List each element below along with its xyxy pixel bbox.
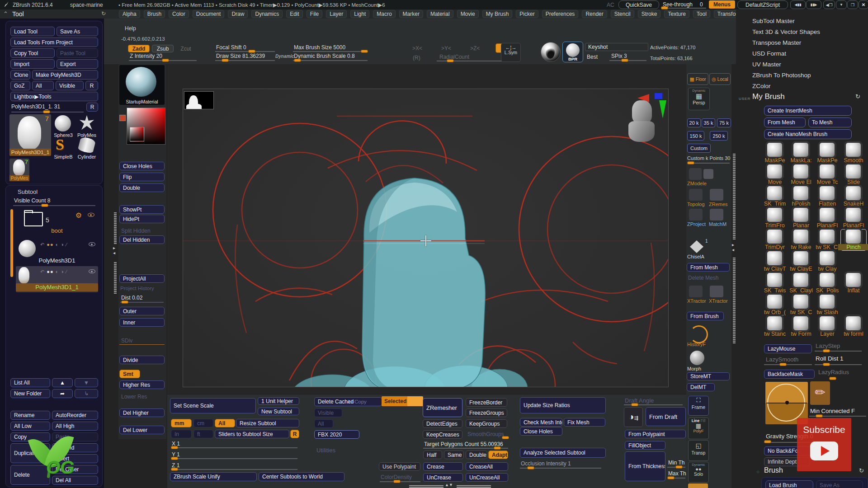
from-mesh-button[interactable]: From Mesh [764, 117, 806, 127]
to-mesh-button[interactable]: To Mesh [808, 117, 852, 127]
creaseall-button[interactable]: CreaseAll [466, 462, 508, 471]
menu-item[interactable]: Draw [228, 10, 248, 18]
lower-res-button[interactable]: Lower Res [121, 394, 147, 400]
solo-button[interactable]: Dynamic ●● Solo [688, 462, 709, 483]
del-hidden-button[interactable]: Del Hidden [119, 235, 165, 244]
menu-item[interactable]: Tool [693, 10, 710, 18]
menu-item[interactable]: Alpha [119, 10, 140, 18]
brush-tile[interactable]: Move El [788, 164, 814, 185]
panel-hscrollbar2[interactable] [457, 485, 491, 488]
min-connected-handle[interactable] [816, 414, 823, 418]
menu-item[interactable]: Marker [399, 10, 423, 18]
lazysmooth-handle[interactable] [779, 363, 787, 366]
back-arrow-icon[interactable]: ⌃ [3, 10, 8, 17]
morph-icon[interactable] [690, 351, 704, 365]
plugin-menu-item[interactable]: ZBrush To Photoshop [736, 70, 868, 80]
brush-tile[interactable]: tw ClayE [788, 251, 814, 272]
save-brush-as-button[interactable]: Save As [816, 480, 863, 488]
uncreaseall-button[interactable]: UnCreaseAll [466, 473, 508, 482]
bpr-button[interactable]: BPR [562, 42, 583, 62]
focal-shift-handle[interactable] [248, 50, 255, 53]
save-as-button[interactable]: Save As [57, 27, 98, 36]
load-tool-button[interactable]: Load Tool [10, 27, 55, 36]
all-high-button[interactable]: All High [52, 422, 98, 431]
local-button[interactable]: ◎Local [709, 73, 731, 85]
left-divider-arrow-icon[interactable]: ▸◂ [113, 245, 115, 255]
y-size-handle[interactable] [171, 457, 178, 460]
brush-tile[interactable]: Slide [841, 164, 866, 185]
brush-tile[interactable]: Planar [788, 208, 814, 229]
update-size-ratios-button[interactable]: Update Size Ratios [520, 397, 606, 413]
menu-item[interactable]: Stroke [638, 10, 661, 18]
brush-tile[interactable]: tw SK_C [788, 295, 814, 315]
nav-bust-body[interactable] [628, 121, 655, 142]
keepgroups-button[interactable]: KeepGroups [466, 419, 507, 428]
draw-size-slider[interactable]: Draw Size 81.36239 [216, 53, 265, 59]
outer-button[interactable]: Outer [119, 307, 165, 315]
xtractor1-icon[interactable] [689, 286, 703, 297]
clone-tool-button[interactable]: Clone [10, 70, 30, 80]
menu-item[interactable]: Document [193, 10, 225, 18]
nav-bust-head[interactable] [632, 100, 652, 124]
menu-item[interactable]: Color [169, 10, 189, 18]
right-divider-scrollbar[interactable] [733, 154, 736, 239]
brush-refresh-icon[interactable]: ↻ [859, 467, 864, 474]
plugin-menu-item[interactable]: ZColor [736, 80, 868, 91]
projectall-button[interactable]: ProjectAll [119, 274, 165, 283]
tool-thumb-cylinder[interactable]: Cylinder [75, 137, 98, 156]
z-intensity-handle[interactable] [162, 59, 169, 62]
storemt-button[interactable]: StoreMT [687, 372, 730, 380]
autoreorder-button[interactable]: AutoReorder [52, 411, 98, 420]
keyshot-button[interactable]: Keyshot [585, 43, 648, 51]
close-holes2-button[interactable]: Close Holes [520, 427, 562, 436]
dist-handle[interactable] [121, 300, 128, 304]
budget-75k-button[interactable]: 75 k [717, 118, 731, 127]
right-divider-arrows-icon[interactable]: ▸◂ [732, 242, 734, 252]
create-nanomesh-brush-button[interactable]: Create NanoMesh Brush [764, 129, 852, 139]
focal-shift-slider[interactable]: Focal Shift 0 [216, 44, 246, 51]
brush-tile[interactable]: Inflat [841, 273, 866, 294]
reference-thumbnail[interactable] [184, 91, 214, 109]
smoothgroups-slider[interactable]: SmoothGroups [467, 431, 504, 437]
import-button[interactable]: Import [10, 59, 55, 69]
export-all-button[interactable]: All [314, 419, 333, 428]
brush-tile[interactable]: MaskPe [762, 143, 788, 164]
menu-item[interactable]: Edit [286, 10, 303, 18]
plugin-menu-item[interactable]: USD Format [736, 48, 868, 59]
floor-button[interactable]: ▦Floor [687, 73, 708, 85]
plugin-menu-item[interactable]: UV Master [736, 59, 868, 70]
subtool-eye-icon[interactable] [89, 242, 95, 246]
sym-y-button[interactable]: >Y< [441, 45, 451, 52]
brush-tile[interactable]: Move Tc [815, 164, 840, 185]
brush-tile[interactable]: PlanarFl [815, 208, 840, 229]
new-folder-button[interactable]: New Folder [10, 389, 50, 398]
tool-thumb-simpleb[interactable]: S SimpleB [53, 137, 74, 156]
polypaint-icons[interactable]: ↶ ●● ◐ ◑ ∕ [40, 242, 67, 248]
menu-item[interactable]: Picker [516, 10, 538, 18]
sliders-to-subtool-size-button[interactable]: Sliders to Subtool Size [215, 430, 289, 438]
menu-item[interactable]: Render [582, 10, 607, 18]
analyze-selected-subtool-button[interactable]: Analyze Selected Subtool [520, 448, 606, 458]
inner-button[interactable]: Inner [119, 318, 165, 327]
subtool-scrollbar[interactable] [10, 209, 13, 277]
brush-tile[interactable]: Move [762, 164, 788, 185]
restore-button[interactable]: ❐ [847, 0, 858, 9]
frame-button[interactable]: ⛶ Frame [688, 396, 709, 416]
visible-count-slider[interactable]: Visible Count 8 [14, 197, 51, 204]
keepcreases-button[interactable]: KeepCreases [423, 430, 462, 439]
menu-item[interactable]: Brush [144, 10, 165, 18]
smt-button[interactable]: Smt [119, 370, 140, 378]
max-brush-handle[interactable] [361, 50, 368, 53]
subtool-row-selected[interactable]: ↶ ●● ◐ ◑ ∕ PolyMesh3D1_1 [16, 266, 98, 292]
uncrease-button[interactable]: UnCrease [423, 473, 463, 482]
zremes-icon[interactable] [710, 189, 723, 201]
lightbox-tools-button[interactable]: Lightbox▶Tools [10, 92, 98, 101]
unit-helper-button[interactable]: 1 Unit Helper [258, 397, 299, 405]
menu-item[interactable]: Preferences [542, 10, 579, 18]
delete-mesh-button[interactable]: Delete Mesh [688, 275, 718, 281]
brush-tile[interactable]: SK_Trim [762, 186, 788, 207]
shelf-scroll-left-icon[interactable]: ◀▮▮ [790, 0, 806, 9]
active-tool-handle[interactable] [43, 110, 50, 113]
left-divider-scrollbar[interactable] [114, 212, 117, 244]
goz-button[interactable]: GoZ [10, 81, 30, 90]
